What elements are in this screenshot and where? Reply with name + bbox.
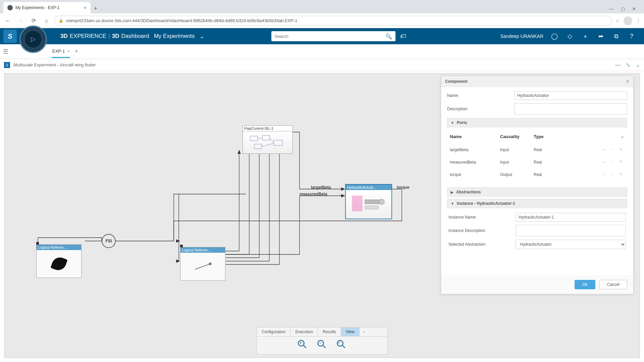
back-button[interactable]: ← <box>3 16 13 25</box>
menu-icon[interactable]: ⋮ <box>636 18 641 23</box>
chevron-down-icon[interactable]: ⌄ <box>200 33 204 40</box>
section-label: Ports <box>457 120 467 125</box>
favicon <box>7 5 13 10</box>
forward-button[interactable]: → <box>16 16 25 25</box>
section-instance[interactable]: ▼Instance - HydraulicActuator-1 <box>447 199 627 208</box>
section-ports[interactable]: ▼Ports <box>447 118 627 127</box>
ds-logo[interactable]: S <box>3 29 17 43</box>
search-icon[interactable]: 🔍 <box>385 33 392 40</box>
zoom-in-icon[interactable]: + <box>298 340 307 349</box>
panel-close-icon[interactable]: × <box>626 78 629 84</box>
node-logical-2[interactable]: Logical Referen... <box>180 247 225 281</box>
node-hydraulic-actuator[interactable]: HydraulicActuat... <box>345 184 392 219</box>
svg-marker-14 <box>237 150 241 154</box>
apps-icon[interactable]: ⧉ <box>612 32 621 41</box>
cancel-button[interactable]: Cancel <box>599 280 627 289</box>
port-causality: Output <box>500 172 534 177</box>
tab-chevron-icon[interactable]: ▾ <box>68 49 69 53</box>
experiment-bar-right: — ⤡ ⌄ <box>615 62 640 68</box>
close-window-icon[interactable]: ✕ <box>632 6 636 11</box>
view-more-icon[interactable]: ⌄ <box>360 327 369 336</box>
wing-icon <box>50 255 67 272</box>
hamburger-icon[interactable]: ☰ <box>0 48 11 55</box>
node-logical-1[interactable]: Logical Referen... <box>36 244 82 278</box>
tab-configuration[interactable]: Configuration <box>257 327 290 336</box>
search-input[interactable] <box>275 34 385 39</box>
port-causality: Input <box>500 147 534 152</box>
tab-strip: My Experiments - EXP-1 × + — ▢ ✕ <box>0 0 644 13</box>
port-type: Real <box>534 172 567 177</box>
zoom-out-icon[interactable]: − <box>317 340 327 349</box>
user-icon[interactable]: ◯ <box>550 32 559 41</box>
port-handle[interactable] <box>36 242 39 245</box>
addr-right: ☆ ⋮ <box>615 16 641 25</box>
section-abstractions[interactable]: ▶Abstractions <box>447 187 627 197</box>
tag-icon[interactable]: 🏷 <box>400 33 406 40</box>
view-tabs: Configuration Execution Results View ⌄ <box>257 327 387 337</box>
port-handle[interactable] <box>180 245 183 247</box>
star-icon[interactable]: ☆ <box>615 18 620 23</box>
minimize-widget-icon[interactable]: — <box>615 62 621 68</box>
port-row: targetBeta Input Real ＋ − ✎ <box>447 143 627 156</box>
widget-menu-icon[interactable]: ⌄ <box>636 62 640 68</box>
tab-view[interactable]: View <box>341 327 360 336</box>
input-name[interactable] <box>514 91 627 100</box>
header-right: Sandeep URANKAR ◯ ◇ ＋ ➦ ⧉ ? <box>500 32 644 41</box>
new-tab-button[interactable]: + <box>91 3 101 13</box>
browser-tab[interactable]: My Experiments - EXP-1 × <box>3 2 91 13</box>
col-type: Type <box>534 134 567 140</box>
zoom-fit-icon[interactable]: ⤢ <box>337 340 346 349</box>
help-icon[interactable]: ? <box>627 32 636 41</box>
search-box[interactable]: 🔍 <box>271 31 395 41</box>
notification-icon[interactable]: ◇ <box>566 32 574 41</box>
add-icon[interactable]: ＋ <box>581 32 590 41</box>
node-body <box>346 190 391 218</box>
port-actions[interactable]: ＋ − ✎ <box>567 147 625 153</box>
view-icons: + − ⤢ <box>257 337 387 354</box>
select-abstraction[interactable]: HydraulicActuator <box>516 240 626 249</box>
input-instance-desc[interactable] <box>516 225 626 236</box>
node-title: Logical Referen... <box>37 245 81 250</box>
svg-rect-24 <box>262 135 270 140</box>
home-button[interactable]: ⌂ <box>42 16 51 25</box>
ok-button[interactable]: Ok <box>575 280 595 289</box>
reload-button[interactable]: ⟳ <box>29 16 38 25</box>
add-port-icon[interactable]: ＋ <box>567 134 625 140</box>
port-row: measuredBeta Input Real ＋ − ✎ <box>447 156 627 168</box>
window-controls: — ▢ ✕ <box>609 6 641 13</box>
tab-close-icon[interactable]: × <box>84 5 87 10</box>
maximize-icon[interactable]: ▢ <box>621 6 625 11</box>
address-bar: ← → ⟳ ⌂ 🔒 vdevpril233am.ux.dsone.3ds.com… <box>0 13 644 28</box>
add-tab-button[interactable]: + <box>75 48 78 55</box>
browser-chrome: My Experiments - EXP-1 × + — ▢ ✕ ← → ⟳ ⌂… <box>0 0 644 28</box>
compass-icon[interactable]: ▷ <box>19 25 47 53</box>
input-instance-name[interactable] <box>516 213 626 222</box>
input-description[interactable] <box>514 103 627 115</box>
collapse-widget-icon[interactable]: ⤡ <box>626 62 630 68</box>
triangle-down-icon: ▼ <box>451 202 454 205</box>
col-causality: Causality <box>500 134 534 140</box>
experiment-title: Multiscale Experiment - Aircraft wing fl… <box>13 62 96 67</box>
node-flap-control[interactable]: FlapControl-SIL-1 <box>243 125 293 154</box>
brand-experience: EXPERIENCE <box>70 33 107 40</box>
share-icon[interactable]: ➦ <box>596 32 605 41</box>
minimize-icon[interactable]: — <box>609 6 613 11</box>
user-name: Sandeep URANKAR <box>500 34 543 39</box>
sub-header: ☰ EXP-1 ▾ + <box>0 44 644 59</box>
port-actions[interactable]: ＋ − ✎ <box>567 159 625 165</box>
triangle-down-icon: ▼ <box>451 121 454 125</box>
svg-rect-23 <box>250 136 258 141</box>
port-causality: Input <box>500 160 534 165</box>
app-tabs: EXP-1 ▾ + <box>52 45 78 58</box>
tab-exp1[interactable]: EXP-1 ▾ <box>52 45 70 58</box>
fsi-node[interactable]: FSI <box>102 234 116 248</box>
port-actions[interactable]: ＋ − ✎ <box>567 172 625 177</box>
canvas[interactable]: FSI Logical Referen... Logical Referen..… <box>4 73 640 358</box>
tab-results[interactable]: Results <box>318 327 341 336</box>
port-type: Real <box>534 147 567 152</box>
brand-subtitle: My Experiments <box>154 33 195 40</box>
tab-execution[interactable]: Execution <box>290 327 318 336</box>
url-field[interactable]: 🔒 vdevpril233am.ux.dsone.3ds.com:444/3DD… <box>54 16 612 26</box>
col-name: Name <box>450 134 500 140</box>
profile-avatar[interactable] <box>624 16 632 25</box>
